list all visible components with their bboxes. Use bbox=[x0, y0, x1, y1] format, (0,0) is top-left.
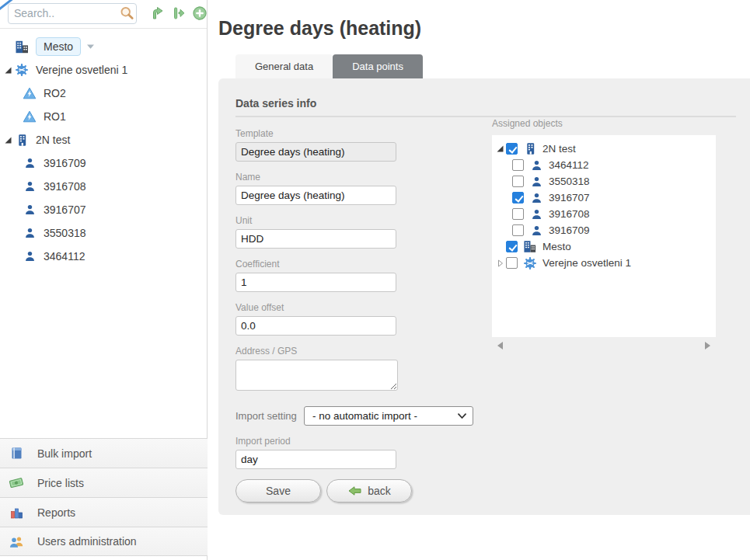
tree-item-3916707[interactable]: 3916707 bbox=[492, 190, 716, 206]
tree-item-label: RO2 bbox=[44, 87, 66, 99]
unit-label: Unit bbox=[235, 215, 476, 226]
tree-item-3916708[interactable]: 3916708 bbox=[0, 175, 207, 198]
tree-item-verejne-osvetleni-1[interactable]: Verejne osvetleni 1 bbox=[492, 255, 716, 271]
checkbox[interactable] bbox=[506, 241, 518, 252]
tree-item-3916709[interactable]: 3916709 bbox=[0, 151, 207, 175]
bolt-icon bbox=[22, 110, 37, 123]
checkbox[interactable] bbox=[506, 143, 518, 155]
tree-item-3464112[interactable]: 3464112 bbox=[0, 245, 207, 268]
tree-item-3916709[interactable]: 3916709 bbox=[492, 222, 716, 238]
tab-general-data[interactable]: General data bbox=[235, 54, 333, 78]
coefficient-field[interactable] bbox=[235, 273, 396, 292]
tree-item-2n-test[interactable]: 2N test bbox=[492, 141, 716, 157]
expanded-expander-icon[interactable] bbox=[3, 67, 13, 74]
checkbox[interactable] bbox=[506, 257, 518, 269]
menu-item-users-administration[interactable]: Users administration bbox=[0, 527, 208, 556]
menu-item-reports[interactable]: Reports bbox=[0, 497, 208, 527]
name-field[interactable] bbox=[235, 186, 396, 205]
tree-item-3550318[interactable]: 3550318 bbox=[492, 173, 716, 190]
search-input[interactable] bbox=[9, 7, 117, 19]
save-button[interactable]: Save bbox=[235, 479, 321, 503]
tree-item-label: 2N test bbox=[36, 134, 70, 146]
building-icon bbox=[14, 133, 30, 147]
import-setting-value: - no automatic import - bbox=[312, 410, 417, 422]
chevron-down-icon[interactable] bbox=[86, 43, 95, 50]
form-column: Template Name Unit Coefficient Value off… bbox=[235, 118, 476, 503]
import-setting-select[interactable]: - no automatic import - bbox=[304, 406, 473, 426]
search-box bbox=[8, 3, 137, 24]
tree-item-ro1[interactable]: RO1 bbox=[0, 105, 207, 128]
tree-item-label: 3916709 bbox=[549, 224, 590, 236]
person-icon bbox=[529, 191, 543, 204]
bolt-icon bbox=[22, 86, 37, 100]
collapse-branch-icon[interactable] bbox=[173, 5, 185, 21]
tree-item-ro2[interactable]: RO2 bbox=[0, 82, 207, 105]
tree-item-label: 3464112 bbox=[44, 250, 85, 263]
expanded-expander-icon[interactable] bbox=[3, 137, 13, 144]
scroll-left-icon[interactable] bbox=[497, 342, 503, 350]
address-gps-textarea[interactable] bbox=[235, 360, 398, 391]
tree-item-label: RO1 bbox=[44, 110, 66, 123]
tree-item-3916708[interactable]: 3916708 bbox=[492, 206, 716, 222]
tree-item-3550318[interactable]: 3550318 bbox=[0, 221, 207, 245]
building-icon bbox=[523, 142, 537, 155]
horizontal-scrollbar[interactable] bbox=[492, 338, 716, 353]
tree-item-label: Verejne osvetleni 1 bbox=[542, 257, 631, 269]
tree-item-label: Mesto bbox=[542, 241, 571, 252]
checkbox[interactable] bbox=[512, 159, 524, 171]
person-icon bbox=[22, 226, 37, 240]
tree-item-mesto[interactable]: Mesto bbox=[0, 35, 207, 58]
checkbox[interactable] bbox=[512, 208, 524, 220]
back-button[interactable]: back bbox=[326, 479, 412, 503]
tree-item-2n-test[interactable]: 2N test bbox=[0, 128, 207, 151]
name-label: Name bbox=[235, 172, 476, 183]
menu-item-label: Users administration bbox=[37, 535, 137, 548]
tree-item-label: 2N test bbox=[542, 143, 576, 155]
person-icon bbox=[529, 207, 543, 221]
scroll-right-icon[interactable] bbox=[705, 342, 710, 350]
tab-data-points[interactable]: Data points bbox=[333, 54, 423, 78]
tree-item-label: 3916707 bbox=[44, 203, 86, 216]
book-icon bbox=[9, 447, 24, 461]
value-offset-field[interactable] bbox=[235, 316, 396, 336]
template-field bbox=[235, 142, 396, 162]
money-icon bbox=[9, 476, 24, 490]
main-content: Degree days (heating) General data Data … bbox=[218, 0, 750, 560]
section-head: Data series info bbox=[218, 78, 750, 117]
menu-item-label: Price lists bbox=[37, 477, 84, 489]
tree-item-verejne-osvetleni-1[interactable]: Verejne osvetleni 1 bbox=[0, 58, 207, 82]
search-icon[interactable] bbox=[117, 5, 136, 22]
assigned-objects: Assigned objects 2N test3464112355031839… bbox=[492, 118, 717, 353]
expand-branch-icon[interactable] bbox=[149, 5, 166, 21]
chevron-down-icon bbox=[458, 410, 466, 422]
tree-item-label: 3916708 bbox=[44, 180, 86, 193]
menu-item-bulk-import[interactable]: Bulk import bbox=[0, 438, 208, 468]
checkbox[interactable] bbox=[512, 192, 524, 203]
checkbox[interactable] bbox=[512, 224, 524, 236]
collapsed-expander-icon[interactable] bbox=[495, 259, 505, 267]
expanded-expander-icon[interactable] bbox=[495, 145, 505, 152]
chart-icon bbox=[9, 506, 24, 520]
tree-item-label: 3916707 bbox=[549, 192, 590, 203]
sidebar-menu: Bulk importPrice listsReportsUsers admin… bbox=[0, 438, 208, 556]
menu-item-label: Bulk import bbox=[37, 447, 92, 460]
gear-icon bbox=[523, 256, 537, 270]
import-period-label: Import period bbox=[235, 436, 476, 447]
tree-item-mesto[interactable]: Mesto bbox=[492, 238, 716, 255]
tree-item-3464112[interactable]: 3464112 bbox=[492, 157, 716, 173]
person-icon bbox=[529, 175, 543, 188]
buildings-icon bbox=[14, 40, 30, 54]
search-row bbox=[0, 0, 207, 29]
tree-item-label: Verejne osvetleni 1 bbox=[36, 64, 127, 76]
unit-field[interactable] bbox=[235, 229, 396, 249]
person-icon bbox=[22, 249, 37, 263]
tree-item-label: 3550318 bbox=[44, 227, 86, 239]
import-period-field[interactable] bbox=[235, 450, 396, 469]
menu-item-price-lists[interactable]: Price lists bbox=[0, 468, 208, 497]
add-object-icon[interactable] bbox=[192, 5, 208, 21]
coefficient-label: Coefficient bbox=[235, 259, 476, 270]
tree-item-3916707[interactable]: 3916707 bbox=[0, 198, 207, 221]
person-icon bbox=[22, 179, 37, 193]
template-label: Template bbox=[235, 128, 476, 139]
checkbox[interactable] bbox=[512, 176, 524, 187]
